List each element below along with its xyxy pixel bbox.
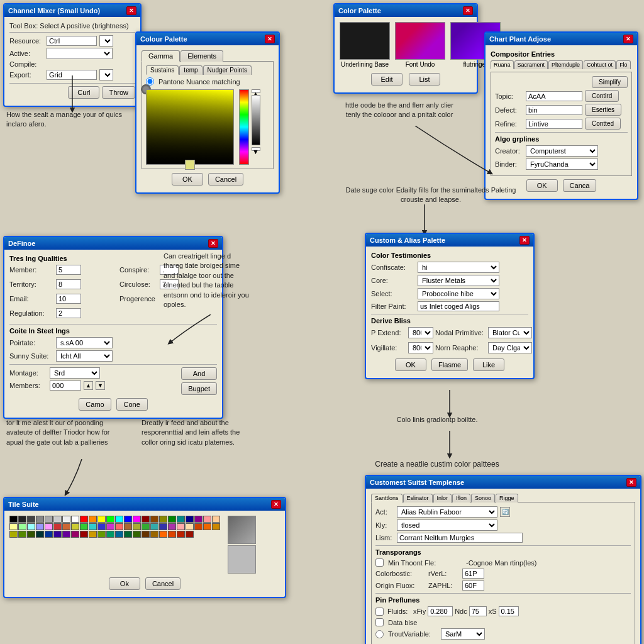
tab-santtlons[interactable]: Santtlons [371, 494, 402, 502]
color-cell[interactable] [203, 516, 211, 523]
color-cell[interactable] [133, 531, 141, 538]
active-select[interactable] [47, 48, 113, 59]
topic-input[interactable] [526, 91, 582, 101]
color-cell[interactable] [71, 523, 79, 530]
trout-select[interactable]: SarM [441, 628, 485, 640]
p-extend-select[interactable]: 800 [408, 327, 433, 338]
norn-select[interactable]: Day Clgard [488, 342, 532, 353]
color-cell[interactable] [27, 523, 35, 530]
binder-select[interactable]: FyruChanda [526, 158, 598, 170]
tab-ruana[interactable]: Ruana [491, 60, 514, 69]
tab-inlor[interactable]: Inlor [433, 494, 452, 502]
cone-button[interactable]: Cone [116, 398, 148, 411]
min-thoont-check[interactable] [375, 558, 384, 567]
top-center-list[interactable]: List [409, 73, 440, 86]
ndc-input[interactable] [469, 606, 487, 616]
defect-input[interactable] [526, 105, 582, 115]
color-cell[interactable] [168, 516, 176, 523]
chart-plant-canca[interactable]: Canca [563, 179, 597, 192]
color-cell[interactable] [177, 523, 185, 530]
gradient-cursor[interactable] [185, 160, 195, 170]
fluids-check[interactable] [375, 608, 384, 616]
color-picker-close[interactable]: ✕ [265, 35, 275, 43]
top-center-edit[interactable]: Edit [371, 73, 402, 86]
color-cell[interactable] [159, 531, 167, 538]
custom-suit-close[interactable]: ✕ [626, 478, 636, 487]
kly-select[interactable]: tlosed [397, 519, 497, 531]
refine-input[interactable] [526, 119, 582, 129]
sub-tab-temp[interactable]: temp [179, 65, 202, 75]
color-cell[interactable] [133, 523, 141, 530]
color-cell[interactable] [159, 516, 167, 523]
color-cell[interactable] [142, 516, 150, 523]
color-cell[interactable] [115, 531, 123, 538]
color-cell[interactable] [150, 531, 158, 538]
email-input[interactable] [56, 294, 81, 304]
sunny-select[interactable]: Icht All [56, 350, 113, 362]
top-left-close[interactable]: ✕ [126, 6, 136, 15]
top-center-close[interactable]: ✕ [463, 6, 473, 15]
bugpet-button[interactable]: Bugpet [181, 382, 217, 395]
territory-input[interactable] [56, 279, 81, 289]
color-cell[interactable] [27, 516, 35, 523]
resource-input[interactable] [47, 36, 97, 46]
color-cell[interactable] [36, 523, 44, 530]
and-button[interactable]: And [181, 367, 217, 380]
color-cell[interactable] [36, 516, 44, 523]
color-cell[interactable] [212, 516, 220, 523]
color-cell[interactable] [97, 523, 106, 530]
tab-gamma[interactable]: Gamma [142, 50, 180, 62]
color-cell[interactable] [177, 531, 185, 538]
filter-input[interactable] [418, 301, 499, 311]
color-cell[interactable] [71, 531, 79, 538]
alias-like[interactable]: Like [473, 358, 504, 371]
chart-plant-ok[interactable]: OK [526, 179, 558, 192]
tab-iflon[interactable]: Iflon [452, 494, 470, 502]
confiscate-select[interactable]: hi [418, 262, 499, 273]
color-cell[interactable] [53, 531, 62, 538]
rverl-input[interactable] [462, 569, 484, 579]
color-cell[interactable] [186, 516, 194, 523]
color-cell[interactable] [18, 531, 26, 538]
color-cell[interactable] [150, 516, 158, 523]
color-picker-ok[interactable]: OK [172, 173, 203, 186]
tab-sonoo[interactable]: Sonoo [471, 494, 495, 502]
custom-alias-close[interactable]: ✕ [519, 236, 530, 245]
regulation-input[interactable] [56, 308, 81, 318]
eserties-button[interactable]: Eserties [585, 104, 621, 116]
color-cell[interactable] [142, 531, 150, 538]
camo-button[interactable]: Camo [79, 398, 111, 411]
tab-cohtuct[interactable]: Cohtuct ot [584, 60, 616, 69]
color-cell[interactable] [106, 523, 114, 530]
trout-radio[interactable] [375, 630, 384, 638]
color-cell[interactable] [186, 531, 194, 538]
color-cell[interactable] [45, 516, 53, 523]
hue-bar[interactable] [239, 89, 249, 165]
color-cell[interactable] [71, 516, 79, 523]
color-cell[interactable] [89, 516, 97, 523]
throw-button[interactable]: Throw [102, 86, 135, 99]
color-cell[interactable] [80, 523, 88, 530]
members-down[interactable]: ▼ [96, 381, 105, 390]
color-cell[interactable] [18, 523, 26, 530]
select-select[interactable]: Probocoline hibe [418, 288, 499, 299]
alias-ok[interactable]: OK [395, 358, 426, 371]
color-cell[interactable] [80, 516, 88, 523]
tab-elements[interactable]: Elements [180, 50, 223, 62]
vigillate-select[interactable]: 800 [408, 342, 433, 353]
act-icon[interactable]: 🔄 [500, 507, 510, 517]
export-select[interactable] [99, 69, 113, 80]
zaphl-input[interactable] [462, 580, 484, 591]
color-cell[interactable] [97, 531, 106, 538]
color-cell[interactable] [159, 523, 167, 530]
brightness-down[interactable]: ▼ [252, 147, 260, 151]
sub-tab-nudger[interactable]: Nudger Points [203, 65, 252, 75]
color-cell[interactable] [115, 516, 123, 523]
color-cell[interactable] [142, 523, 150, 530]
contlrd-button[interactable]: Contlrd [585, 90, 619, 102]
color-cell[interactable] [36, 531, 44, 538]
color-cell[interactable] [62, 531, 70, 538]
color-cell[interactable] [124, 523, 132, 530]
color-cell[interactable] [124, 516, 132, 523]
curl-button[interactable]: Curl [68, 86, 99, 99]
